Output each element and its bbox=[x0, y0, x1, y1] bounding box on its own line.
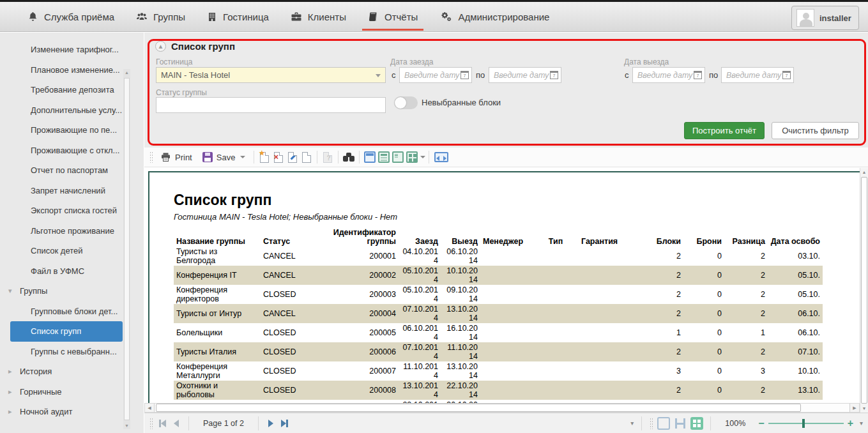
date-placeholder: Введите дату bbox=[637, 71, 694, 80]
page-layout-grid-button-active[interactable] bbox=[690, 417, 703, 430]
user-menu[interactable]: installer bbox=[791, 6, 859, 30]
zoom-slider[interactable] bbox=[768, 417, 844, 430]
nav-tab-reports[interactable]: Отчёты bbox=[357, 2, 429, 31]
hotel-select-value: MAIN - Tesla Hotel bbox=[161, 70, 230, 80]
table-row[interactable]: Туристы от Интур CANCEL 200004 07.10.201… bbox=[174, 304, 823, 323]
sidebar-item-deposit-requirement[interactable]: Требование депозита bbox=[0, 80, 144, 100]
table-row[interactable]: Туристы Италия CLOSED 200006 07.10.2014 … bbox=[174, 342, 823, 361]
nav-tab-administration[interactable]: Администрирование bbox=[429, 2, 560, 31]
arrival-to-input[interactable]: Введите дату 7 bbox=[489, 67, 561, 83]
cell-bookings: 0 bbox=[683, 323, 724, 342]
sidebar-item-groups-unselected[interactable]: Группы с невыбранн... bbox=[0, 342, 144, 362]
sidebar-scrollbar[interactable]: ▲ ▼ bbox=[123, 69, 130, 429]
two-page-view-button[interactable] bbox=[391, 149, 405, 165]
sidebar-group-night-audit[interactable]: ▸ Ночной аудит bbox=[0, 402, 144, 422]
cell-departure: 10.10.2014 bbox=[441, 266, 480, 285]
sidebar-item-group-blocks[interactable]: Групповые блоки дет... bbox=[0, 301, 144, 322]
last-page-button[interactable] bbox=[278, 416, 292, 430]
scroll-left-icon[interactable]: ◀ bbox=[145, 404, 155, 412]
table-row[interactable]: Конференция директоров CLOSED 200003 05.… bbox=[174, 285, 823, 304]
page-layout-facing-button[interactable] bbox=[674, 417, 687, 430]
table-row[interactable]: Конференция IT CANCEL 200002 05.10.2014 … bbox=[174, 266, 823, 285]
sidebar-item-passport-report[interactable]: Отчет по паспортам bbox=[0, 160, 144, 181]
find-button[interactable] bbox=[342, 149, 356, 165]
scroll-right-icon[interactable]: ▶ bbox=[849, 404, 859, 412]
sidebar-item-additional-services[interactable]: Дополнительные услу... bbox=[0, 100, 144, 121]
scroll-down-icon[interactable]: ▼ bbox=[123, 422, 130, 429]
cell-group-name: Охотники и рыболовы bbox=[174, 381, 261, 400]
scroll-up-icon[interactable]: ▲ bbox=[123, 69, 130, 76]
unselected-blocks-toggle[interactable] bbox=[394, 96, 418, 109]
sidebar-item-preferential-stay[interactable]: Льготное проживание bbox=[0, 221, 144, 241]
first-page-button[interactable] bbox=[155, 416, 169, 430]
zoom-slider-handle[interactable] bbox=[802, 419, 805, 428]
sidebar-item-charge-ban[interactable]: Запрет начислений bbox=[0, 181, 144, 201]
scrollbar-thumb[interactable] bbox=[124, 78, 130, 420]
new-page-button[interactable]: ★ bbox=[257, 149, 271, 165]
continuous-view-button[interactable] bbox=[377, 149, 391, 165]
calendar-icon[interactable]: 7 bbox=[550, 71, 558, 79]
group-status-input[interactable] bbox=[156, 97, 386, 113]
hotel-select[interactable]: MAIN - Tesla Hotel bbox=[156, 67, 386, 83]
calendar-icon[interactable]: 7 bbox=[461, 71, 469, 79]
sidebar-group-groups[interactable]: ▾ Группы bbox=[0, 281, 144, 301]
cell-group-name: Конференция Металлурги bbox=[174, 361, 261, 381]
sidebar-item-guest-list-export[interactable]: Экспорт списка гостей bbox=[0, 201, 144, 221]
nav-tab-clients[interactable]: Клиенты bbox=[280, 2, 357, 31]
chevron-right-icon: ▸ bbox=[8, 402, 12, 422]
overflow-caret-icon[interactable]: ▾ bbox=[857, 420, 865, 427]
departure-from-input[interactable]: Введите дату 7 bbox=[632, 67, 705, 83]
nav-tab-hotel[interactable]: Гостиница bbox=[196, 2, 280, 31]
chevron-down-icon[interactable] bbox=[420, 156, 425, 158]
next-page-button[interactable] bbox=[264, 416, 278, 430]
zoom-out-button[interactable]: − bbox=[754, 418, 768, 429]
table-row[interactable]: Туристы из Белгорода CANCEL 200001 04.10… bbox=[174, 247, 823, 266]
scrollbar-thumb[interactable] bbox=[156, 404, 801, 412]
delete-page-button[interactable]: × bbox=[271, 149, 286, 165]
sidebar-item-guests-with-deviation[interactable]: Проживающие с откл... bbox=[0, 141, 144, 161]
table-row[interactable]: Болельщики CLOSED 200005 06.10.2014 16.1… bbox=[174, 323, 823, 342]
sidebar-group-history[interactable]: ▸ История bbox=[0, 361, 144, 382]
zoom-in-button[interactable]: + bbox=[844, 418, 857, 429]
previous-page-button[interactable] bbox=[169, 416, 183, 430]
cell-guarantee bbox=[579, 285, 645, 304]
edit-page-button[interactable] bbox=[286, 149, 300, 165]
sidebar-item-tariff-change[interactable]: Изменение тарифног... bbox=[0, 40, 144, 60]
scroll-down-icon[interactable]: ▼ bbox=[860, 404, 868, 413]
sidebar-item-guests-by-period[interactable]: Проживающие по пе... bbox=[0, 120, 144, 141]
save-button[interactable]: Save bbox=[197, 149, 251, 165]
cell-bookings: 0 bbox=[683, 285, 724, 304]
sidebar-item-planned-change[interactable]: Плановое изменение... bbox=[0, 60, 144, 80]
collapse-panel-icon[interactable]: ▲ bbox=[155, 41, 166, 52]
sidebar-group-housekeeping[interactable]: ▸ Горничные bbox=[0, 382, 144, 402]
page-layout-single-button[interactable] bbox=[657, 417, 670, 430]
page-setup-button[interactable] bbox=[300, 149, 314, 165]
clear-filter-button[interactable]: Очистить фильтр bbox=[772, 122, 859, 139]
calendar-icon[interactable]: 7 bbox=[694, 71, 702, 79]
scroll-up-icon[interactable]: ▲ bbox=[860, 168, 868, 176]
print-button[interactable]: Print bbox=[155, 149, 197, 165]
vertical-scrollbar[interactable]: ▲ ▼ bbox=[860, 168, 868, 413]
calendar-icon[interactable]: 7 bbox=[782, 71, 791, 79]
departure-to-input[interactable]: Введите дату 7 bbox=[721, 67, 794, 83]
arrival-from-input[interactable]: Введите дату 7 bbox=[399, 67, 472, 83]
overflow-caret-icon[interactable]: ▾ bbox=[628, 420, 636, 427]
binoculars-icon bbox=[343, 153, 354, 162]
multi-page-view-button[interactable] bbox=[405, 149, 419, 165]
sidebar-item-ufms-file[interactable]: Файл в УФМС bbox=[0, 261, 144, 282]
fit-width-button[interactable] bbox=[432, 149, 450, 165]
nav-tab-reception[interactable]: Служба приёма bbox=[17, 2, 125, 31]
horizontal-scrollbar[interactable]: ◀ ▶ bbox=[144, 403, 860, 413]
nav-tab-groups[interactable]: Группы bbox=[125, 2, 196, 31]
report-viewer: Список групп Гостиница MAIN - Tesla Hote… bbox=[144, 168, 860, 403]
nav-label: Клиенты bbox=[308, 11, 346, 22]
scrollbar-thumb[interactable] bbox=[861, 177, 867, 404]
build-report-button[interactable]: Построить отчёт bbox=[684, 122, 765, 139]
table-row[interactable]: Охотники и рыболовы CLOSED 200008 13.10.… bbox=[174, 381, 823, 400]
statusbar-grip bbox=[650, 418, 653, 429]
single-page-view-button[interactable] bbox=[363, 149, 377, 165]
table-row[interactable]: Конференция Металлурги CLOSED 200007 11.… bbox=[174, 361, 823, 381]
user-avatar bbox=[796, 9, 814, 27]
sidebar-item-children-list[interactable]: Список детей bbox=[0, 241, 144, 261]
sidebar-item-group-list[interactable]: Список групп bbox=[10, 321, 123, 342]
